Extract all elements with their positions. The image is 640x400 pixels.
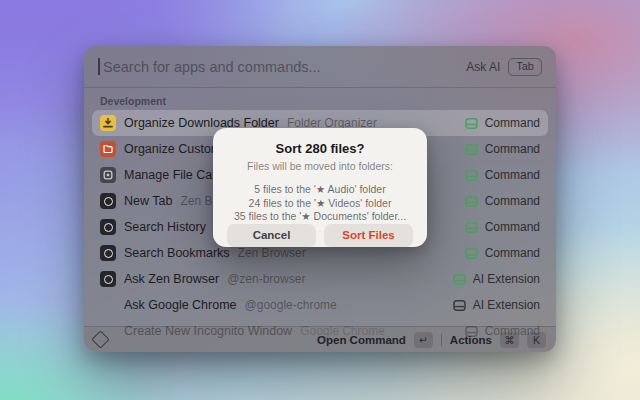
dialog-detail-line: 5 files to the '★ Audio' folder (227, 183, 413, 197)
enter-key-badge: ↵ (414, 332, 433, 348)
item-title: Ask Zen Browser (124, 272, 219, 286)
command-icon (465, 117, 478, 130)
command-icon (465, 247, 478, 260)
dialog-subtitle: Files will be moved into folders: (227, 160, 413, 172)
zen-browser-icon (100, 271, 116, 287)
item-type-label: Command (485, 246, 540, 260)
categories-icon (100, 167, 116, 183)
item-subtitle: @google-chrome (245, 298, 337, 312)
tab-key-badge: Tab (508, 58, 542, 76)
cancel-button[interactable]: Cancel (227, 224, 316, 247)
ask-ai-label[interactable]: Ask AI (466, 60, 500, 74)
command-icon (465, 143, 478, 156)
raycast-icon (91, 330, 109, 348)
confirm-dialog: Sort 280 files? Files will be moved into… (213, 128, 427, 247)
command-icon (465, 195, 478, 208)
folder-icon (100, 141, 116, 157)
dialog-title: Sort 280 files? (227, 141, 413, 156)
search-input[interactable]: Search for apps and commands... (103, 59, 466, 75)
item-subtitle: Zen Browser (238, 246, 306, 260)
item-title: Search Bookmarks (124, 246, 230, 260)
search-bar[interactable]: Search for apps and commands... Ask AI T… (84, 46, 556, 88)
desktop-background: Search for apps and commands... Ask AI T… (0, 0, 640, 400)
dialog-details: 5 files to the '★ Audio' folder 24 files… (227, 183, 413, 224)
ai-extension-icon (453, 273, 466, 286)
list-item-ask-zen-browser[interactable]: Ask Zen Browser @zen-browser AI Extensio… (92, 266, 548, 292)
item-title: New Tab (124, 194, 172, 208)
item-title: Ask Google Chrome (124, 298, 237, 312)
command-icon (465, 221, 478, 234)
chrome-icon (100, 297, 116, 313)
cmd-key-badge: ⌘ (500, 332, 519, 348)
ai-extension-icon (453, 299, 466, 312)
dialog-detail-line: 35 files to the '★ Documents' folder... (227, 210, 413, 224)
open-command-label[interactable]: Open Command (317, 334, 406, 346)
footer-bar: Open Command ↵ Actions ⌘ K (84, 326, 556, 352)
item-type-label: Command (485, 168, 540, 182)
item-type-label: AI Extension (473, 272, 540, 286)
k-key-badge: K (527, 332, 546, 348)
item-title: Search History (124, 220, 206, 234)
command-icon (465, 169, 478, 182)
item-type-label: Command (485, 142, 540, 156)
list-item-ask-google-chrome[interactable]: Ask Google Chrome @google-chrome AI Exte… (92, 292, 548, 318)
dialog-detail-line: 24 files to the '★ Videos' folder (227, 197, 413, 211)
footer-divider (441, 334, 442, 346)
zen-browser-icon (100, 219, 116, 235)
item-type-label: Command (485, 116, 540, 130)
item-type-label: Command (485, 194, 540, 208)
item-subtitle: @zen-browser (227, 272, 305, 286)
download-icon (100, 115, 116, 131)
sort-files-button[interactable]: Sort Files (324, 224, 413, 247)
text-caret (98, 58, 100, 75)
zen-browser-icon (100, 193, 116, 209)
zen-browser-icon (100, 245, 116, 261)
item-type-label: AI Extension (473, 298, 540, 312)
section-header: Development (84, 88, 556, 110)
item-type-label: Command (485, 220, 540, 234)
actions-label[interactable]: Actions (450, 334, 492, 346)
